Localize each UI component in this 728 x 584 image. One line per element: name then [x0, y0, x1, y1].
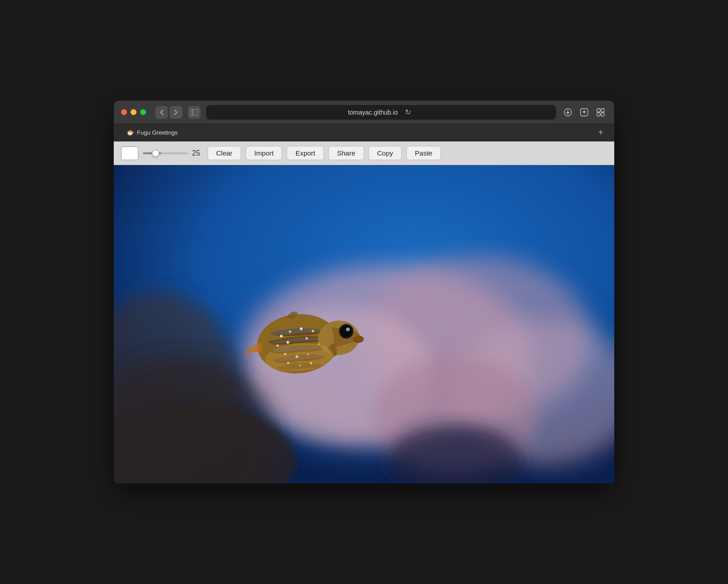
minimize-button[interactable]	[131, 109, 136, 115]
brush-size-slider[interactable]	[143, 152, 188, 154]
svg-rect-0	[191, 109, 198, 116]
tab-bar: 🐡 Fugu Greetings +	[114, 124, 614, 141]
brush-size-value: 25	[192, 149, 203, 157]
nav-buttons	[155, 106, 182, 119]
drawing-canvas[interactable]	[114, 165, 614, 483]
add-tab-button[interactable]: +	[594, 126, 607, 139]
brush-size-control: 25	[143, 149, 203, 157]
tab-favicon: 🐡	[126, 129, 134, 136]
title-bar: tomayac.github.io ↻	[114, 101, 614, 124]
export-button[interactable]: Export	[287, 146, 324, 160]
copy-button[interactable]: Copy	[369, 146, 402, 160]
import-button[interactable]: Import	[246, 146, 283, 160]
svg-rect-4	[597, 109, 600, 112]
address-bar[interactable]: tomayac.github.io ↻	[206, 105, 556, 120]
clear-button[interactable]: Clear	[207, 146, 241, 160]
app-toolbar: 25 Clear Import Export Share Copy Paste	[114, 141, 614, 165]
paste-button[interactable]: Paste	[406, 146, 441, 160]
traffic-lights	[121, 109, 146, 115]
svg-rect-7	[601, 113, 604, 116]
close-button[interactable]	[121, 109, 127, 115]
reload-button[interactable]: ↻	[401, 106, 414, 119]
forward-button[interactable]	[170, 106, 182, 119]
color-picker[interactable]	[121, 146, 138, 160]
svg-rect-6	[597, 113, 600, 116]
sidebar-toggle-button[interactable]	[188, 106, 201, 119]
svg-rect-5	[601, 109, 604, 112]
browser-actions	[561, 106, 607, 119]
fish-scene-svg	[114, 165, 614, 483]
share-tool-button[interactable]: Share	[329, 146, 364, 160]
browser-window: tomayac.github.io ↻	[114, 101, 614, 483]
new-tab-button[interactable]	[594, 106, 607, 119]
download-button[interactable]	[561, 106, 574, 119]
share-button[interactable]	[578, 106, 591, 119]
tab-title: Fugu Greetings	[137, 129, 178, 136]
active-tab[interactable]: 🐡 Fugu Greetings	[121, 129, 183, 136]
back-button[interactable]	[155, 106, 168, 119]
url-text: tomayac.github.io	[348, 109, 398, 116]
maximize-button[interactable]	[140, 109, 146, 115]
